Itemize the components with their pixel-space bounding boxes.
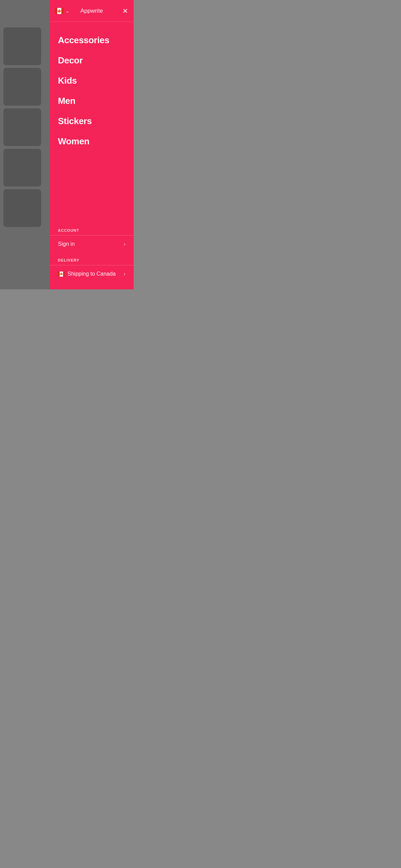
- sign-in-label: Sign in: [58, 241, 75, 247]
- sign-in-chevron-icon: ›: [124, 241, 125, 247]
- shipping-chevron-icon: ›: [124, 271, 125, 277]
- bg-product-3: [3, 108, 41, 146]
- account-section-header: ACCOUNT: [50, 223, 134, 235]
- nav-item-stickers[interactable]: Stickers: [50, 111, 134, 131]
- region-selector[interactable]: 🍁 ⌄: [55, 8, 70, 14]
- shipping-flag-icon: 🍁: [58, 272, 65, 277]
- nav-item-women[interactable]: Women: [50, 131, 134, 152]
- background-overlay: [0, 0, 50, 289]
- nav-item-label: Men: [58, 96, 75, 106]
- bg-product-4: [3, 149, 41, 186]
- nav-item-accessories[interactable]: Accessories: [50, 30, 134, 50]
- bg-product-1: [3, 27, 41, 65]
- nav-item-label: Stickers: [58, 116, 92, 126]
- navigation-drawer: 🍁 ⌄ Appwrite ✕ Accessories Decor Kids Me…: [50, 0, 134, 289]
- canada-flag-icon: 🍁: [55, 8, 63, 14]
- sign-in-item[interactable]: Sign in ›: [50, 235, 134, 253]
- nav-item-label: Decor: [58, 55, 83, 65]
- drawer-footer: ACCOUNT Sign in › DELIVERY 🍁 Shipping to…: [50, 223, 134, 289]
- nav-item-men[interactable]: Men: [50, 91, 134, 111]
- nav-item-decor[interactable]: Decor: [50, 50, 134, 71]
- nav-item-label: Women: [58, 136, 89, 146]
- shipping-item[interactable]: 🍁 Shipping to Canada ›: [50, 265, 134, 282]
- shipping-label: Shipping to Canada: [68, 271, 116, 277]
- nav-item-label: Kids: [58, 75, 77, 86]
- nav-item-label: Accessories: [58, 35, 109, 45]
- bg-product-5: [3, 189, 41, 227]
- drawer-title: Appwrite: [80, 8, 103, 14]
- drawer-content: Accessories Decor Kids Men Stickers Wome…: [50, 22, 134, 223]
- bg-product-2: [3, 68, 41, 106]
- shipping-item-left: 🍁 Shipping to Canada: [58, 271, 116, 277]
- delivery-section-header: DELIVERY: [50, 253, 134, 265]
- drawer-header: 🍁 ⌄ Appwrite ✕: [50, 0, 134, 22]
- close-button[interactable]: ✕: [122, 8, 128, 14]
- background-products: [0, 0, 50, 289]
- region-chevron-icon: ⌄: [65, 8, 70, 14]
- nav-menu: Accessories Decor Kids Men Stickers Wome…: [50, 30, 134, 152]
- nav-item-kids[interactable]: Kids: [50, 71, 134, 91]
